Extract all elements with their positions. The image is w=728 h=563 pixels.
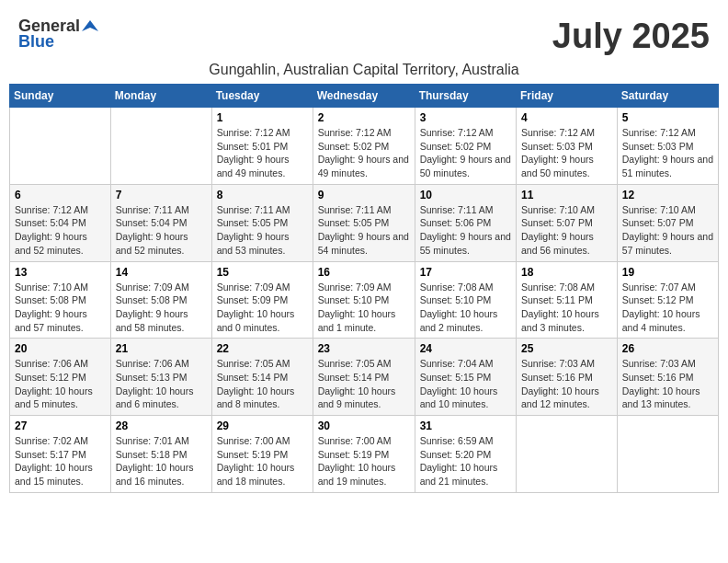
day-number: 11 (521, 189, 612, 201)
page-subtitle: Gungahlin, Australian Capital Territory,… (9, 60, 719, 84)
page-header: General Blue July 2025 (9, 9, 719, 60)
calendar-cell: 27Sunrise: 7:02 AMSunset: 5:17 PMDayligh… (10, 416, 111, 493)
calendar-cell: 3Sunrise: 7:12 AMSunset: 5:02 PMDaylight… (415, 108, 516, 185)
calendar-week-row: 20Sunrise: 7:06 AMSunset: 5:12 PMDayligh… (10, 339, 719, 416)
calendar-cell: 30Sunrise: 7:00 AMSunset: 5:19 PMDayligh… (313, 416, 415, 493)
day-number: 13 (15, 266, 106, 279)
day-number: 10 (420, 189, 511, 201)
day-info: Sunrise: 7:02 AMSunset: 5:17 PMDaylight:… (15, 434, 106, 488)
calendar-cell: 14Sunrise: 7:09 AMSunset: 5:08 PMDayligh… (110, 261, 211, 339)
logo: General Blue (18, 17, 98, 52)
day-number: 5 (622, 111, 713, 124)
day-info: Sunrise: 7:09 AMSunset: 5:08 PMDaylight:… (116, 281, 207, 335)
calendar-cell (110, 108, 211, 185)
day-info: Sunrise: 7:11 AMSunset: 5:05 PMDaylight:… (318, 203, 410, 258)
day-info: Sunrise: 7:01 AMSunset: 5:18 PMDaylight:… (116, 434, 207, 488)
calendar-cell: 19Sunrise: 7:07 AMSunset: 5:12 PMDayligh… (617, 261, 718, 339)
day-number: 14 (116, 266, 207, 279)
day-number: 4 (521, 111, 612, 124)
day-info: Sunrise: 7:03 AMSunset: 5:16 PMDaylight:… (622, 357, 713, 411)
calendar-cell: 8Sunrise: 7:11 AMSunset: 5:05 PMDaylight… (211, 184, 313, 261)
calendar-week-row: 27Sunrise: 7:02 AMSunset: 5:17 PMDayligh… (10, 416, 719, 493)
calendar-cell: 16Sunrise: 7:09 AMSunset: 5:10 PMDayligh… (313, 261, 415, 339)
calendar-cell: 7Sunrise: 7:11 AMSunset: 5:04 PMDaylight… (110, 184, 211, 261)
calendar-table: SundayMondayTuesdayWednesdayThursdayFrid… (9, 84, 719, 493)
weekday-header-thursday: Thursday (415, 85, 516, 108)
calendar-cell: 15Sunrise: 7:09 AMSunset: 5:09 PMDayligh… (211, 261, 313, 339)
calendar-cell: 4Sunrise: 7:12 AMSunset: 5:03 PMDaylight… (517, 108, 618, 185)
day-number: 22 (217, 342, 308, 355)
calendar-cell: 9Sunrise: 7:11 AMSunset: 5:05 PMDaylight… (313, 184, 415, 261)
day-info: Sunrise: 6:59 AMSunset: 5:20 PMDaylight:… (420, 434, 511, 488)
day-number: 30 (318, 419, 410, 432)
calendar-cell: 22Sunrise: 7:05 AMSunset: 5:14 PMDayligh… (211, 339, 313, 416)
calendar-cell: 5Sunrise: 7:12 AMSunset: 5:03 PMDaylight… (617, 108, 718, 185)
calendar-week-row: 6Sunrise: 7:12 AMSunset: 5:04 PMDaylight… (10, 184, 719, 261)
calendar-cell: 13Sunrise: 7:10 AMSunset: 5:08 PMDayligh… (10, 261, 111, 339)
day-number: 12 (622, 189, 713, 201)
weekday-header-tuesday: Tuesday (211, 85, 313, 108)
calendar-cell: 20Sunrise: 7:06 AMSunset: 5:12 PMDayligh… (10, 339, 111, 416)
day-number: 16 (318, 266, 410, 279)
day-info: Sunrise: 7:09 AMSunset: 5:09 PMDaylight:… (217, 281, 308, 335)
calendar-cell: 28Sunrise: 7:01 AMSunset: 5:18 PMDayligh… (110, 416, 211, 493)
day-number: 25 (521, 342, 612, 355)
day-info: Sunrise: 7:06 AMSunset: 5:12 PMDaylight:… (15, 357, 106, 411)
day-info: Sunrise: 7:11 AMSunset: 5:04 PMDaylight:… (116, 203, 207, 258)
day-number: 20 (15, 342, 106, 355)
day-info: Sunrise: 7:05 AMSunset: 5:14 PMDaylight:… (318, 357, 410, 411)
day-info: Sunrise: 7:12 AMSunset: 5:03 PMDaylight:… (622, 126, 713, 180)
day-info: Sunrise: 7:07 AMSunset: 5:12 PMDaylight:… (622, 281, 713, 335)
day-info: Sunrise: 7:05 AMSunset: 5:14 PMDaylight:… (217, 357, 308, 411)
day-number: 17 (420, 266, 511, 279)
calendar-cell: 12Sunrise: 7:10 AMSunset: 5:07 PMDayligh… (617, 184, 718, 261)
day-number: 31 (420, 419, 511, 432)
day-info: Sunrise: 7:08 AMSunset: 5:11 PMDaylight:… (521, 281, 612, 335)
day-number: 28 (116, 419, 207, 432)
day-number: 19 (622, 266, 713, 279)
day-number: 7 (116, 189, 207, 201)
calendar-cell: 11Sunrise: 7:10 AMSunset: 5:07 PMDayligh… (517, 184, 618, 261)
day-info: Sunrise: 7:10 AMSunset: 5:07 PMDaylight:… (622, 203, 713, 258)
day-number: 27 (15, 419, 106, 432)
day-number: 15 (217, 266, 308, 279)
calendar-cell: 26Sunrise: 7:03 AMSunset: 5:16 PMDayligh… (617, 339, 718, 416)
day-info: Sunrise: 7:00 AMSunset: 5:19 PMDaylight:… (217, 434, 308, 488)
calendar-cell (517, 416, 618, 493)
day-info: Sunrise: 7:12 AMSunset: 5:03 PMDaylight:… (521, 126, 612, 180)
day-number: 26 (622, 342, 713, 355)
calendar-cell: 10Sunrise: 7:11 AMSunset: 5:06 PMDayligh… (415, 184, 516, 261)
calendar-cell: 25Sunrise: 7:03 AMSunset: 5:16 PMDayligh… (517, 339, 618, 416)
day-info: Sunrise: 7:12 AMSunset: 5:02 PMDaylight:… (318, 126, 410, 180)
calendar-cell: 24Sunrise: 7:04 AMSunset: 5:15 PMDayligh… (415, 339, 516, 416)
calendar-cell: 1Sunrise: 7:12 AMSunset: 5:01 PMDaylight… (211, 108, 313, 185)
day-number: 29 (217, 419, 308, 432)
day-info: Sunrise: 7:09 AMSunset: 5:10 PMDaylight:… (318, 281, 410, 335)
day-number: 2 (318, 111, 410, 124)
logo-blue: Blue (18, 32, 54, 52)
calendar-week-row: 1Sunrise: 7:12 AMSunset: 5:01 PMDaylight… (10, 108, 719, 185)
day-number: 6 (15, 189, 106, 201)
day-number: 9 (318, 189, 410, 201)
day-info: Sunrise: 7:10 AMSunset: 5:08 PMDaylight:… (15, 281, 106, 335)
day-info: Sunrise: 7:12 AMSunset: 5:01 PMDaylight:… (217, 126, 308, 180)
calendar-cell: 31Sunrise: 6:59 AMSunset: 5:20 PMDayligh… (415, 416, 516, 493)
day-info: Sunrise: 7:12 AMSunset: 5:04 PMDaylight:… (15, 203, 106, 258)
weekday-header-monday: Monday (110, 85, 211, 108)
day-info: Sunrise: 7:11 AMSunset: 5:06 PMDaylight:… (420, 203, 511, 258)
day-number: 8 (217, 189, 308, 201)
day-info: Sunrise: 7:10 AMSunset: 5:07 PMDaylight:… (521, 203, 612, 258)
day-number: 1 (217, 111, 308, 124)
svg-marker-0 (82, 20, 98, 31)
calendar-cell: 23Sunrise: 7:05 AMSunset: 5:14 PMDayligh… (313, 339, 415, 416)
calendar-cell (617, 416, 718, 493)
calendar-header-row: SundayMondayTuesdayWednesdayThursdayFrid… (10, 85, 719, 108)
day-number: 21 (116, 342, 207, 355)
calendar-cell: 29Sunrise: 7:00 AMSunset: 5:19 PMDayligh… (211, 416, 313, 493)
day-info: Sunrise: 7:03 AMSunset: 5:16 PMDaylight:… (521, 357, 612, 411)
calendar-cell (10, 108, 111, 185)
day-info: Sunrise: 7:00 AMSunset: 5:19 PMDaylight:… (318, 434, 410, 488)
calendar-cell: 6Sunrise: 7:12 AMSunset: 5:04 PMDaylight… (10, 184, 111, 261)
day-info: Sunrise: 7:11 AMSunset: 5:05 PMDaylight:… (217, 203, 308, 258)
calendar-cell: 21Sunrise: 7:06 AMSunset: 5:13 PMDayligh… (110, 339, 211, 416)
